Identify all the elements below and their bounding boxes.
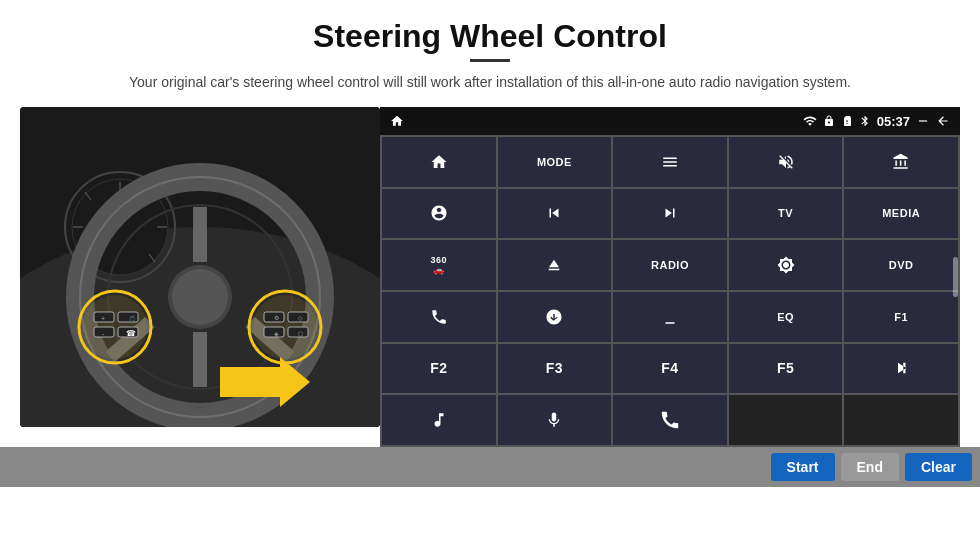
scrollbar[interactable]: [953, 257, 958, 297]
svg-text:+: +: [101, 315, 105, 322]
content-area: + - 🎵 ☎ ⚙ ◈ ◇ ⬡: [20, 107, 960, 447]
time-display: 05:37: [877, 114, 910, 129]
f5-button[interactable]: F5: [729, 344, 843, 394]
f3-button[interactable]: F3: [498, 344, 612, 394]
svg-text:◇: ◇: [298, 315, 303, 321]
f1-button[interactable]: F1: [844, 292, 958, 342]
start-button[interactable]: Start: [771, 453, 835, 481]
apps-button[interactable]: [844, 137, 958, 187]
eject-button[interactable]: [498, 240, 612, 290]
svg-text:☎: ☎: [126, 329, 136, 338]
radio-button[interactable]: RADIO: [613, 240, 727, 290]
clear-button[interactable]: Clear: [905, 453, 972, 481]
svg-text:🎵: 🎵: [128, 315, 136, 323]
next-button[interactable]: [613, 189, 727, 239]
status-left: [390, 114, 404, 128]
status-right: 05:37: [803, 114, 950, 129]
f4-button[interactable]: F4: [613, 344, 727, 394]
media-button[interactable]: MEDIA: [844, 189, 958, 239]
mode-button[interactable]: MODE: [498, 137, 612, 187]
minimize-button[interactable]: [613, 292, 727, 342]
subtitle: Your original car's steering wheel contr…: [0, 72, 980, 93]
svg-text:⬡: ⬡: [298, 331, 303, 337]
hangup-button[interactable]: [613, 395, 727, 445]
dvd-button[interactable]: DVD: [844, 240, 958, 290]
brightness-button[interactable]: [729, 240, 843, 290]
status-bar: 05:37: [380, 107, 960, 135]
prev-button[interactable]: [498, 189, 612, 239]
phone-button[interactable]: [382, 292, 496, 342]
svg-point-19: [172, 269, 228, 325]
button-grid: MODE TV ME: [380, 135, 960, 447]
android-panel: 05:37 MODE: [380, 107, 960, 447]
end-button[interactable]: End: [841, 453, 899, 481]
page-title: Steering Wheel Control: [0, 0, 980, 59]
swipe-button[interactable]: [498, 292, 612, 342]
playpause-button[interactable]: [844, 344, 958, 394]
tv-button[interactable]: TV: [729, 189, 843, 239]
eq-button[interactable]: EQ: [729, 292, 843, 342]
bottom-action-bar: Start End Clear: [0, 447, 980, 487]
music-button[interactable]: [382, 395, 496, 445]
list-button[interactable]: [613, 137, 727, 187]
title-divider: [470, 59, 510, 62]
empty-btn1: [729, 395, 843, 445]
empty-btn2: [844, 395, 958, 445]
360-button[interactable]: 360🚗: [382, 240, 496, 290]
f2-button[interactable]: F2: [382, 344, 496, 394]
mute-button[interactable]: [729, 137, 843, 187]
svg-text:⚙: ⚙: [274, 315, 279, 321]
mic-button[interactable]: [498, 395, 612, 445]
settings-button[interactable]: [382, 189, 496, 239]
svg-text:◈: ◈: [274, 331, 279, 337]
steering-wheel-image: + - 🎵 ☎ ⚙ ◈ ◇ ⬡: [20, 107, 380, 427]
home-button[interactable]: [382, 137, 496, 187]
